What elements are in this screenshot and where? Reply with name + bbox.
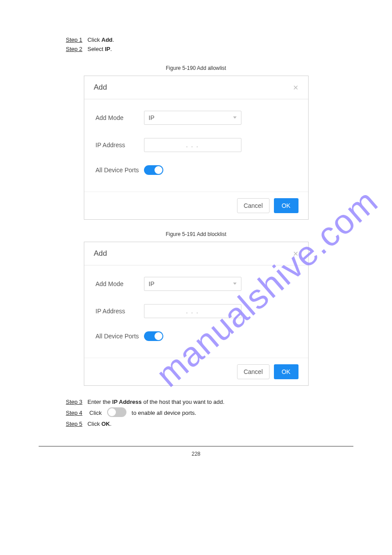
all-ports-label-2: All Device Ports <box>96 333 144 340</box>
step-5: Step 5 Click OK. <box>66 420 353 428</box>
step-2: Step 2 Select IP. <box>66 45 353 54</box>
add-dialog-allowlist: Add × Add Mode IP IP Address . . . A <box>84 76 309 220</box>
close-icon-2[interactable]: × <box>293 249 298 258</box>
dialog-header-2: Add × <box>84 242 308 265</box>
chevron-down-icon-2 <box>233 283 237 285</box>
step-2-bold: IP <box>105 46 110 52</box>
ip-dots-2: . . . <box>186 308 199 315</box>
step-2-text-b: . <box>110 46 112 52</box>
step-5-pre: Click <box>87 421 101 427</box>
dialog-title: Add <box>94 83 107 92</box>
step-3-post: of the host that you want to add. <box>142 399 225 405</box>
step-1-label: Step 1 <box>66 36 83 43</box>
ip-address-label-2: IP Address <box>96 308 144 315</box>
step-1: Step 1 Click Add. <box>66 36 353 44</box>
dialog-header: Add × <box>84 76 308 99</box>
toggle-knob <box>155 166 162 174</box>
dialog-body-2: Add Mode IP IP Address . . . All Device … <box>84 265 308 358</box>
step-3-bold: IP Address <box>112 399 142 405</box>
ip-dots: . . . <box>186 141 199 149</box>
dialog-footer-2: Cancel OK <box>84 358 308 385</box>
figure-caption-1: Figure 5-190 Add allowlist <box>39 65 353 71</box>
ip-address-input-2[interactable]: . . . <box>144 304 241 318</box>
figure-caption-2: Figure 5-191 Add blocklist <box>39 231 353 237</box>
add-mode-label: Add Mode <box>96 114 144 121</box>
all-ports-toggle[interactable] <box>144 165 163 175</box>
add-mode-label-2: Add Mode <box>96 280 144 287</box>
dialog-footer: Cancel OK <box>84 192 308 219</box>
step-1-text-b: . <box>112 36 114 43</box>
step-3: Step 3 Enter the IP Address of the host … <box>66 398 353 406</box>
step-1-text-a: Click <box>87 36 101 43</box>
inline-toggle-knob <box>108 408 116 416</box>
step-5-post: . <box>110 421 112 427</box>
ok-button[interactable]: OK <box>274 198 298 213</box>
step-4-note: to enable all device ports. <box>132 409 196 417</box>
inline-toggle-icon <box>107 407 126 417</box>
step-2-text-a: Select <box>87 46 105 52</box>
step-4-label: Step 4 <box>66 409 83 417</box>
dialog-body: Add Mode IP IP Address . . . All Device … <box>84 99 308 192</box>
step-2-label: Step 2 <box>66 46 83 52</box>
step-3-label: Step 3 <box>66 399 83 405</box>
page-number: 228 <box>39 451 353 457</box>
toggle-knob-2 <box>155 332 162 340</box>
close-icon[interactable]: × <box>293 83 298 92</box>
add-mode-value: IP <box>149 114 155 121</box>
ip-address-label: IP Address <box>96 141 144 149</box>
add-dialog-blocklist: Add × Add Mode IP IP Address . . . A <box>84 242 309 386</box>
step-4: Step 4 Click to enable all device ports. <box>66 407 353 420</box>
step-1-bold: Add <box>101 36 112 43</box>
ok-button-2[interactable]: OK <box>274 364 298 379</box>
add-mode-value-2: IP <box>149 280 155 287</box>
step-5-label: Step 5 <box>66 421 83 427</box>
dialog-title-2: Add <box>94 249 107 258</box>
cancel-button[interactable]: Cancel <box>237 198 270 213</box>
add-mode-select-2[interactable]: IP <box>144 277 241 291</box>
all-ports-toggle-2[interactable] <box>144 331 163 341</box>
add-mode-select[interactable]: IP <box>144 111 241 125</box>
chevron-down-icon <box>233 116 237 119</box>
all-ports-label: All Device Ports <box>96 167 144 174</box>
cancel-button-2[interactable]: Cancel <box>237 364 270 379</box>
step-5-bold: OK <box>101 421 110 427</box>
ip-address-input[interactable]: . . . <box>144 138 241 152</box>
step-3-pre: Enter the <box>87 399 112 405</box>
footer-divider <box>39 446 353 446</box>
